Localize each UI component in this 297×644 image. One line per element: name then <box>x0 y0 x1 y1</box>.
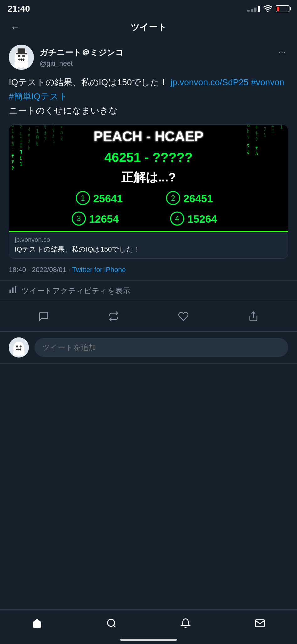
nav-notifications[interactable] <box>173 614 198 633</box>
svg-text:2: 2 <box>171 194 175 202</box>
svg-text:ｷ: ｷ <box>11 134 14 141</box>
svg-text:ｦ: ｦ <box>263 126 266 132</box>
svg-text:ﾊ: ﾊ <box>255 151 258 157</box>
svg-text:26451: 26451 <box>183 192 213 204</box>
svg-text:ｶ: ｶ <box>11 141 14 147</box>
svg-text:ﾊ: ﾊ <box>28 132 30 139</box>
svg-rect-10 <box>16 53 27 54</box>
svg-text:ｳ: ｳ <box>247 142 250 149</box>
timestamp-text: 18:40 · 2022/08/01 · <box>9 266 72 274</box>
avatar[interactable] <box>9 45 34 70</box>
svg-point-3 <box>18 55 20 57</box>
status-time: 21:40 <box>8 4 30 14</box>
card-image: ﾆｦ01ｷｶﾆ ﾐｿﾏｴ10 ｷﾃｹｵﾊﾒﾄ ｸｳﾆ10ｾ ｴﾇｻｵｱ ﾊﾁｺﾔ… <box>9 125 288 232</box>
svg-point-111 <box>19 346 21 347</box>
display-name[interactable]: ガチニート＠ミジンコ <box>40 47 124 58</box>
retweet-button[interactable] <box>104 307 123 326</box>
user-names: ガチニート＠ミジンコ @giti_neet <box>40 47 124 68</box>
card-domain: jp.vonvon.co <box>15 236 282 243</box>
reply-button[interactable] <box>34 307 53 326</box>
link-card[interactable]: ﾆｦ01ｷｶﾆ ﾐｿﾏｴ10 ｷﾃｹｵﾊﾒﾄ ｸｳﾆ10ｾ ｴﾇｻｵｱ ﾊﾁｺﾔ… <box>9 125 288 259</box>
svg-text:正解は...?: 正解は...? <box>121 171 176 184</box>
svg-text:ｺ: ｺ <box>19 149 22 155</box>
svg-text:PEACH - HCAEP: PEACH - HCAEP <box>94 129 203 144</box>
signal-icon <box>247 6 260 12</box>
tweet-source-link[interactable]: Twitter for iPhone <box>72 266 126 274</box>
svg-text:3: 3 <box>77 214 81 223</box>
svg-text:25641: 25641 <box>93 192 123 204</box>
reply-input[interactable] <box>35 338 288 357</box>
svg-text:ﾋ: ﾋ <box>247 128 250 135</box>
battery-icon <box>276 5 289 12</box>
svg-text:ｵ: ｵ <box>255 125 258 130</box>
svg-text:ﾂ: ﾂ <box>247 134 250 141</box>
back-arrow-icon: ← <box>10 22 20 33</box>
tweet-text-part1: IQテストの結果、私のIQは150でした！ <box>9 77 170 87</box>
svg-rect-105 <box>15 286 16 293</box>
reply-avatar <box>9 337 29 358</box>
svg-text:ｴ: ｴ <box>272 125 274 128</box>
svg-text:ｴ: ｴ <box>19 130 22 136</box>
svg-text:1: 1 <box>19 161 23 167</box>
svg-text:4: 4 <box>175 214 179 223</box>
svg-text:ﾀ: ﾀ <box>11 165 14 171</box>
svg-text:ｷ: ｷ <box>255 130 258 136</box>
svg-text:ｵ: ｵ <box>44 130 47 136</box>
svg-text:1: 1 <box>11 128 14 135</box>
reply-bar <box>0 332 297 364</box>
user-row: ガチニート＠ミジンコ @giti_neet ··· <box>9 45 288 70</box>
activity-chart-icon <box>9 286 17 296</box>
svg-text:ﾏ: ﾏ <box>19 125 22 130</box>
tweet-container: ガチニート＠ミジンコ @giti_neet ··· IQテストの結果、私のIQは… <box>0 38 297 259</box>
username[interactable]: @giti_neet <box>40 59 124 68</box>
matrix-background: ﾆｦ01ｷｶﾆ ﾐｿﾏｴ10 ｷﾃｹｵﾊﾒﾄ ｸｳﾆ10ｾ ｴﾇｻｵｱ ﾊﾁｺﾔ… <box>9 125 288 232</box>
svg-text:ﾄ: ﾄ <box>52 139 55 146</box>
tweet-text: IQテストの結果、私のIQは150でした！ jp.vonvon.co/SdP25… <box>9 75 288 118</box>
share-button[interactable] <box>244 307 263 326</box>
svg-text:ﾒ: ﾒ <box>28 138 30 145</box>
svg-text:ﾃ: ﾃ <box>11 153 14 159</box>
svg-text:ｶ: ｶ <box>247 149 250 155</box>
svg-text:ｱ: ｱ <box>44 136 47 143</box>
activity-row[interactable]: ツイートアクティビティを表示 <box>0 280 297 301</box>
avatar-image <box>9 45 34 70</box>
nav-messages[interactable] <box>247 614 273 633</box>
svg-text:ﾐ: ﾐ <box>60 136 63 142</box>
svg-text:46251 - ?????: 46251 - ????? <box>105 150 193 165</box>
tweet-timestamp: 18:40 · 2022/08/01 · Twitter for iPhone <box>0 266 297 274</box>
back-button[interactable]: ← <box>8 20 23 35</box>
tweet-header: ← ツイート <box>0 16 297 38</box>
svg-text:ｻ: ｻ <box>44 125 47 130</box>
svg-line-117 <box>113 625 115 627</box>
svg-text:ｱ: ｱ <box>11 159 14 165</box>
nav-search[interactable] <box>99 614 124 633</box>
like-button[interactable] <box>174 307 193 326</box>
activity-text: ツイートアクティビティを表示 <box>21 286 130 296</box>
svg-text:0: 0 <box>19 142 23 149</box>
svg-text:ﾄ: ﾄ <box>28 145 30 151</box>
hashtag-vonvon[interactable]: #vonvon <box>249 77 284 87</box>
svg-text:ﾊ: ﾊ <box>60 130 63 136</box>
svg-text:1: 1 <box>280 125 283 130</box>
svg-text:0: 0 <box>247 125 250 128</box>
svg-text:ﾃ: ﾃ <box>60 125 63 130</box>
home-indicator <box>120 639 177 641</box>
svg-point-110 <box>16 346 18 347</box>
svg-rect-104 <box>12 288 14 293</box>
svg-rect-9 <box>18 48 25 53</box>
card-meta: jp.vonvon.co IQテストの結果、私のIQは150でした！ <box>9 232 288 258</box>
status-bar: 21:40 <box>0 0 297 16</box>
svg-rect-101 <box>9 231 288 232</box>
svg-text:0: 0 <box>36 134 39 141</box>
svg-text:ｵ: ｵ <box>28 126 30 132</box>
tweet-link[interactable]: jp.vonvon.co/SdP25 <box>170 77 249 87</box>
more-options-button[interactable]: ··· <box>276 45 288 60</box>
nav-home[interactable] <box>24 614 50 633</box>
hashtag-iq[interactable]: #簡単IQテスト <box>9 92 68 101</box>
svg-text:ﾔ: ﾔ <box>52 127 55 133</box>
svg-text:1: 1 <box>36 128 39 135</box>
svg-text:ﾆ: ﾆ <box>11 147 14 153</box>
svg-rect-109 <box>13 351 24 355</box>
svg-text:ﾆ: ﾆ <box>272 128 274 135</box>
svg-text:1: 1 <box>19 136 23 143</box>
